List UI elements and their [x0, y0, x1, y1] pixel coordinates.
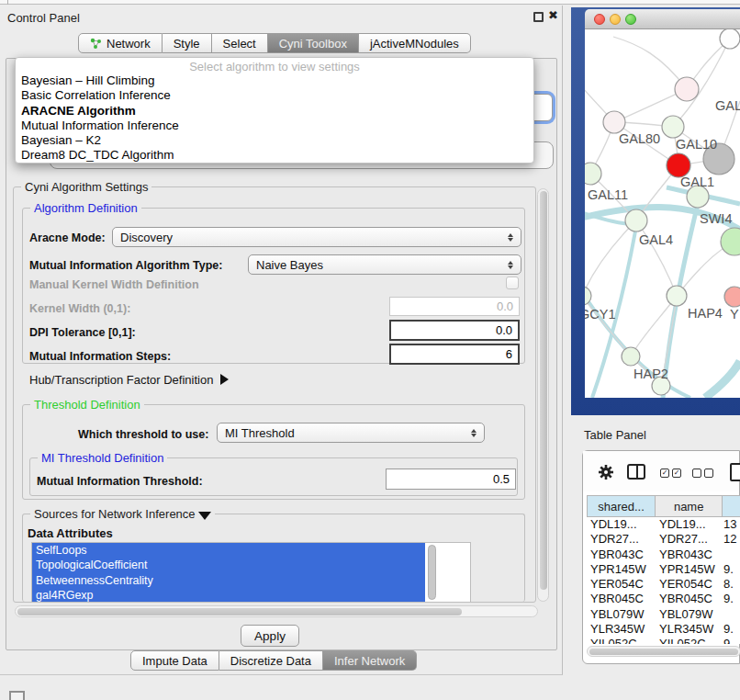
collapsed-panel-icon[interactable]: [9, 691, 25, 700]
attribute-list-item[interactable]: gal4RGexp: [32, 588, 425, 603]
network-node-label: HAP4: [688, 306, 723, 321]
table-row[interactable]: YBL079WYBL079W: [587, 607, 740, 622]
table-row[interactable]: YIL052CYIL052C9.: [587, 637, 740, 644]
mit-field[interactable]: 0.5: [386, 469, 516, 490]
column-header-name[interactable]: name: [656, 496, 723, 516]
network-node-label: GAL80: [619, 131, 660, 146]
table-row[interactable]: YPR145WYPR145W9.: [587, 562, 740, 577]
kernel-width-value: 0.0: [497, 299, 513, 313]
mi-type-combobox[interactable]: Naive Bayes: [248, 254, 521, 275]
mi-steps-field[interactable]: 6: [389, 344, 520, 365]
threshold-definition-title: Threshold Definition: [30, 398, 144, 412]
aracne-mode-combobox[interactable]: Discovery: [112, 227, 521, 247]
table-window: ✓✓ shared... name YDL19...YDL19...13YDR2…: [582, 450, 740, 664]
apply-button[interactable]: Apply: [241, 625, 299, 647]
data-attributes-label: Data Attributes: [28, 526, 113, 540]
network-node-gal[interactable]: [675, 77, 699, 101]
network-node-label: GAL: [715, 98, 740, 113]
network-node-gal4[interactable]: [625, 209, 647, 231]
network-graph: GALGAL80GAL10GAL1GAL11SWI4GAL4GCY1HAP4YH…: [571, 7, 740, 415]
dropdown-item[interactable]: Dream8 DC_TDC Algorithm: [16, 148, 533, 163]
dropdown-item[interactable]: ARACNE Algorithm: [16, 104, 533, 119]
table-header: shared... name: [587, 495, 740, 517]
tab-infer-network[interactable]: Infer Network: [323, 650, 417, 671]
table-row[interactable]: YDR27...YDR27...12: [587, 532, 740, 547]
which-threshold-label: Which threshold to use:: [78, 428, 208, 441]
hub-definition-toggle[interactable]: Hub/Transcription Factor Definition: [29, 373, 229, 387]
settings-vertical-scrollbar[interactable]: [537, 188, 549, 602]
dropdown-items: Bayesian – Hill ClimbingBasic Correlatio…: [16, 73, 533, 164]
close-panel-icon[interactable]: ✖: [548, 8, 558, 22]
tab-jactivemnodules[interactable]: jActiveMNodules: [359, 33, 471, 53]
network-node-gal10[interactable]: [662, 116, 684, 138]
network-node-gal80[interactable]: [603, 111, 625, 133]
data-attributes-list[interactable]: SelfLoopsTopologicalCoefficientBetweenne…: [31, 542, 471, 603]
sources-title: Sources for Network Inference: [30, 507, 215, 521]
network-node-label: GAL11: [588, 187, 628, 202]
dropdown-item[interactable]: Bayesian – Hill Climbing: [16, 73, 533, 88]
screenshot-root: Control Panel ✖ NetworkStyleSelectCyni T…: [0, 0, 740, 700]
dropdown-hint: Select algorithm to view settings: [16, 60, 533, 73]
expanded-arrow-icon: [198, 512, 211, 520]
tab-style[interactable]: Style: [163, 33, 212, 53]
tab-cyni-toolbox[interactable]: Cyni Toolbox: [268, 33, 359, 53]
attribute-list-item[interactable]: SelfLoops: [32, 543, 425, 558]
select-all-columns-icon[interactable]: ✓✓: [660, 469, 681, 478]
tab-impute-data[interactable]: Impute Data: [130, 650, 219, 671]
collapsed-arrow-icon: [220, 374, 229, 385]
list-scrollbar-thumb[interactable]: [428, 545, 436, 600]
mi-type-label: Mutual Information Algorithm Type:: [29, 259, 222, 272]
tab-select[interactable]: Select: [212, 33, 268, 53]
network-node-hap2[interactable]: [622, 347, 640, 366]
table-row[interactable]: YBR045CYBR045C9.: [587, 592, 740, 606]
network-node-label: GAL1: [680, 175, 714, 189]
network-node-gcy1[interactable]: [573, 287, 591, 305]
dropdown-item[interactable]: Mutual Information Inference: [16, 119, 533, 133]
which-threshold-combobox[interactable]: MI Threshold: [217, 423, 485, 443]
table-row[interactable]: YLR345WYLR345W9.: [587, 622, 740, 637]
column-header-extra[interactable]: [723, 496, 740, 516]
network-node-label: GCY1: [579, 307, 616, 322]
network-node[interactable]: [721, 228, 740, 255]
attribute-list-item[interactable]: BetweennessCentrality: [32, 573, 425, 588]
column-header-shared[interactable]: shared...: [588, 496, 656, 516]
deselect-all-columns-icon[interactable]: [692, 469, 713, 478]
network-node-label: SWI4: [700, 211, 732, 226]
kernel-width-field[interactable]: 0.0: [389, 297, 520, 316]
kernel-width-label: Kernel Width (0,1):: [29, 302, 130, 315]
tab-discretize-data[interactable]: Discretize Data: [219, 650, 323, 671]
table-panel-title: Table Panel: [584, 428, 646, 442]
dropdown-item[interactable]: Bayesian – K2: [16, 133, 533, 148]
toolbar-bottom-strip: [0, 0, 740, 5]
tab-network[interactable]: Network: [78, 33, 163, 53]
table-row[interactable]: YER054CYER054C8.: [587, 577, 740, 592]
mi-steps-label: Mutual Information Steps:: [29, 350, 171, 363]
table-rows: YDL19...YDL19...13YDR27...YDR27...12YBR0…: [587, 517, 740, 644]
attribute-list-item[interactable]: TopologicalCoefficient: [32, 558, 425, 572]
network-node[interactable]: [720, 28, 740, 49]
columns-icon[interactable]: [627, 464, 645, 480]
table-row[interactable]: YDL19...YDL19...13: [587, 517, 740, 532]
settings-horizontal-scrollbar[interactable]: [15, 605, 538, 617]
mi-steps-value: 6: [506, 347, 512, 361]
dpi-tolerance-field[interactable]: 0.0: [389, 320, 520, 341]
network-node-y[interactable]: [724, 287, 740, 307]
algorithm-dropdown-popup: Select algorithm to view settings Bayesi…: [15, 57, 534, 164]
network-node-label: GAL4: [639, 232, 673, 247]
export-table-icon[interactable]: [730, 463, 740, 481]
dropdown-item[interactable]: Basic Correlation Inference: [16, 88, 533, 103]
float-panel-icon[interactable]: [533, 12, 544, 22]
gear-icon[interactable]: [598, 464, 614, 480]
settings-group-title: Cyni Algorithm Settings: [21, 180, 151, 194]
mi-type-value: Naive Bayes: [256, 258, 323, 272]
apply-button-label: Apply: [254, 629, 286, 643]
spinner-arrows-icon: [508, 233, 513, 242]
network-node-hap4[interactable]: [667, 286, 687, 306]
network-node-gal11[interactable]: [579, 163, 601, 185]
which-threshold-value: MI Threshold: [225, 426, 295, 440]
table-horizontal-scrollbar[interactable]: [587, 646, 740, 657]
table-row[interactable]: YBR043CYBR043C: [587, 548, 740, 562]
manual-kernel-checkbox[interactable]: [506, 277, 519, 289]
dpi-tolerance-label: DPI Tolerance [0,1]:: [29, 326, 136, 339]
table-toolbar: ✓✓: [583, 451, 739, 491]
